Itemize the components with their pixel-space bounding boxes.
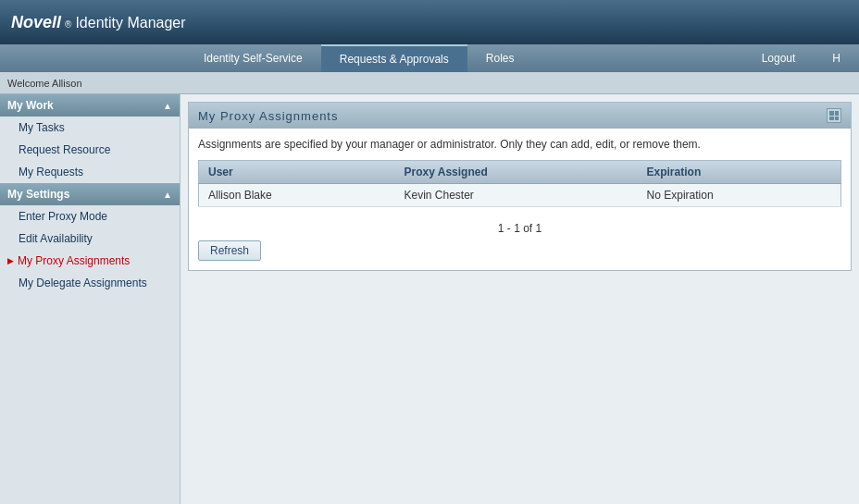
nav-identity-self-service[interactable]: Identity Self-Service xyxy=(185,44,321,72)
collapse-icon-my-settings: ▲ xyxy=(163,190,172,200)
logo-product: Identity Manager xyxy=(75,15,185,31)
sidebar-item-my-requests[interactable]: My Requests xyxy=(0,161,180,183)
table-header-row: User Proxy Assigned Expiration xyxy=(199,161,841,184)
col-header-proxy: Proxy Assigned xyxy=(394,161,637,184)
refresh-button[interactable]: Refresh xyxy=(198,240,261,261)
panel-title: My Proxy Assignments xyxy=(198,109,339,123)
sidebar-section-my-settings[interactable]: My Settings ▲ xyxy=(0,183,180,205)
pagination: 1 - 1 of 1 xyxy=(198,216,841,240)
logo-reg: ® xyxy=(65,19,71,30)
sidebar-item-my-proxy-assignments[interactable]: My Proxy Assignments xyxy=(0,250,180,272)
panel-header: My Proxy Assignments xyxy=(189,103,851,129)
col-header-user: User xyxy=(199,161,395,184)
main-layout: My Work ▲ My Tasks Request Resource My R… xyxy=(0,94,859,504)
nav-help[interactable]: H xyxy=(814,44,859,72)
cell-expiration: No Expiration xyxy=(638,184,841,207)
welcome-text: Welcome Allison xyxy=(7,78,82,89)
cell-proxy: Kevin Chester xyxy=(394,184,637,207)
sidebar: My Work ▲ My Tasks Request Resource My R… xyxy=(0,94,181,504)
proxy-assignments-table: User Proxy Assigned Expiration Allison B… xyxy=(198,160,841,207)
sidebar-item-my-tasks[interactable]: My Tasks xyxy=(0,117,180,139)
proxy-assignments-panel: My Proxy Assignments Assignments are spe… xyxy=(188,102,852,271)
sidebar-item-edit-availability[interactable]: Edit Availability xyxy=(0,227,180,250)
cell-user: Allison Blake xyxy=(199,184,395,207)
nav-roles[interactable]: Roles xyxy=(467,44,533,72)
welcome-bar: Welcome Allison xyxy=(0,72,859,94)
sidebar-item-request-resource[interactable]: Request Resource xyxy=(0,139,180,161)
navbar: Identity Self-Service Requests & Approva… xyxy=(0,44,859,72)
app-header: Novell® Identity Manager xyxy=(0,0,859,44)
col-header-expiration: Expiration xyxy=(638,161,841,184)
content-area: My Proxy Assignments Assignments are spe… xyxy=(181,94,859,504)
sidebar-section-my-work[interactable]: My Work ▲ xyxy=(0,94,180,117)
nav-logout[interactable]: Logout xyxy=(743,44,815,72)
panel-description: Assignments are specified by your manage… xyxy=(198,138,841,151)
logo-novell: Novell xyxy=(11,13,61,32)
collapse-icon-my-work: ▲ xyxy=(163,101,172,111)
nav-requests-approvals[interactable]: Requests & Approvals xyxy=(321,44,467,72)
table-row: Allison Blake Kevin Chester No Expiratio… xyxy=(199,184,841,207)
panel-grid-icon xyxy=(827,108,841,123)
logo: Novell® Identity Manager xyxy=(11,13,186,32)
sidebar-item-enter-proxy-mode[interactable]: Enter Proxy Mode xyxy=(0,205,180,227)
panel-body: Assignments are specified by your manage… xyxy=(189,129,851,270)
sidebar-item-my-delegate-assignments[interactable]: My Delegate Assignments xyxy=(0,272,180,294)
